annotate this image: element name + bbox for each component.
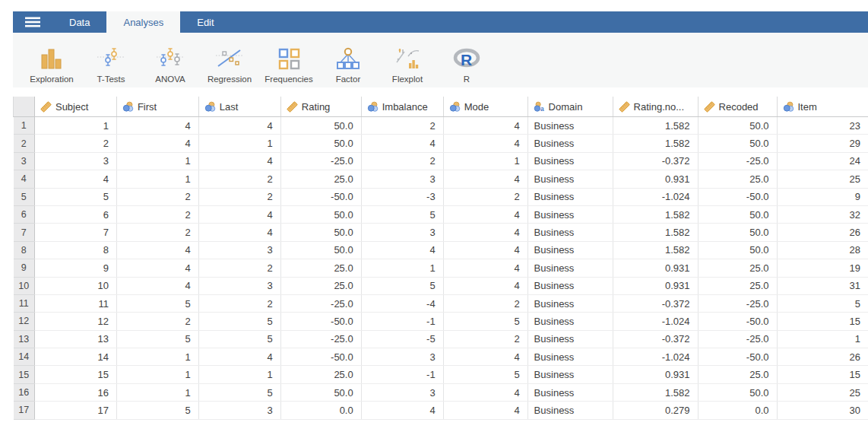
cell[interactable]: 4 bbox=[198, 348, 280, 366]
cell[interactable]: Business bbox=[527, 383, 613, 401]
cell[interactable]: 25.0 bbox=[698, 170, 777, 188]
cell[interactable]: 1.582 bbox=[613, 205, 698, 223]
cell[interactable]: 31 bbox=[777, 277, 868, 294]
cell[interactable]: Business bbox=[527, 224, 613, 241]
cell[interactable]: 25.0 bbox=[280, 170, 361, 188]
cell[interactable]: -1 bbox=[361, 366, 443, 383]
cell[interactable]: 1.582 bbox=[613, 117, 698, 135]
cell[interactable]: 4 bbox=[361, 402, 443, 419]
row-number[interactable]: 6 bbox=[14, 205, 35, 223]
cell[interactable]: 25 bbox=[777, 170, 868, 188]
row-number[interactable]: 4 bbox=[14, 170, 35, 188]
column-header-rating-no-[interactable]: Rating.no... bbox=[613, 97, 698, 117]
cell[interactable]: 4 bbox=[443, 205, 527, 223]
cell[interactable]: 50.0 bbox=[280, 224, 361, 241]
cell[interactable]: Business bbox=[527, 294, 613, 312]
cell[interactable]: 30 bbox=[777, 402, 868, 419]
column-header-last[interactable]: Last bbox=[198, 97, 280, 117]
cell[interactable]: 0.931 bbox=[613, 277, 698, 294]
cell[interactable]: -1.024 bbox=[613, 313, 698, 330]
cell[interactable]: 4 bbox=[116, 277, 198, 294]
cell[interactable]: 50.0 bbox=[280, 241, 361, 259]
row-number[interactable]: 17 bbox=[14, 402, 35, 419]
cell[interactable]: 13 bbox=[34, 330, 116, 348]
tab-analyses[interactable]: Analyses bbox=[106, 11, 180, 33]
cell[interactable]: 5 bbox=[361, 277, 443, 294]
tab-edit[interactable]: Edit bbox=[180, 11, 230, 33]
cell[interactable]: 4 bbox=[198, 224, 280, 241]
cell[interactable]: 7 bbox=[34, 224, 116, 241]
cell[interactable]: -0.372 bbox=[613, 152, 698, 170]
row-number[interactable]: 12 bbox=[14, 313, 35, 330]
cell[interactable]: 5 bbox=[198, 330, 280, 348]
row-number[interactable]: 15 bbox=[14, 366, 35, 383]
row-number[interactable]: 10 bbox=[14, 277, 35, 294]
cell[interactable]: 8 bbox=[34, 241, 116, 259]
cell[interactable]: 4 bbox=[443, 224, 527, 241]
column-header-imbalance[interactable]: Imbalance bbox=[361, 97, 443, 117]
row-number[interactable]: 14 bbox=[14, 348, 35, 366]
cell[interactable]: 50.0 bbox=[280, 135, 361, 152]
cell[interactable]: 4 bbox=[361, 135, 443, 152]
cell[interactable]: 4 bbox=[116, 259, 198, 277]
cell[interactable]: 50.0 bbox=[698, 241, 777, 259]
cell[interactable]: 50.0 bbox=[698, 205, 777, 223]
cell[interactable]: 25.0 bbox=[280, 259, 361, 277]
cell[interactable]: 2 bbox=[198, 294, 280, 312]
cell[interactable]: 5 bbox=[116, 402, 198, 419]
cell[interactable]: 4 bbox=[443, 383, 527, 401]
cell[interactable]: 25.0 bbox=[698, 366, 777, 383]
cell[interactable]: 1 bbox=[198, 366, 280, 383]
cell[interactable]: 4 bbox=[198, 152, 280, 170]
cell[interactable]: 3 bbox=[198, 241, 280, 259]
cell[interactable]: 2 bbox=[116, 224, 198, 241]
cell[interactable]: Business bbox=[527, 277, 613, 294]
cell[interactable]: 4 bbox=[443, 402, 527, 419]
cell[interactable]: Business bbox=[527, 205, 613, 223]
cell[interactable]: -4 bbox=[361, 294, 443, 312]
cell[interactable]: 2 bbox=[361, 117, 443, 135]
cell[interactable]: -5 bbox=[361, 330, 443, 348]
row-number[interactable]: 1 bbox=[14, 117, 35, 135]
cell[interactable]: 1 bbox=[777, 330, 868, 348]
cell[interactable]: 5 bbox=[116, 330, 198, 348]
row-number[interactable]: 16 bbox=[14, 383, 35, 401]
cell[interactable]: -50.0 bbox=[280, 188, 361, 205]
cell[interactable]: 15 bbox=[777, 313, 868, 330]
cell[interactable]: Business bbox=[527, 241, 613, 259]
cell[interactable]: Business bbox=[527, 135, 613, 152]
cell[interactable]: -25.0 bbox=[698, 294, 777, 312]
cell[interactable]: -50.0 bbox=[698, 348, 777, 366]
cell[interactable]: 1.582 bbox=[613, 383, 698, 401]
cell[interactable]: 15 bbox=[34, 366, 116, 383]
select-all-corner[interactable] bbox=[14, 97, 35, 117]
cell[interactable]: 2 bbox=[116, 188, 198, 205]
row-number[interactable]: 13 bbox=[14, 330, 35, 348]
cell[interactable]: 23 bbox=[777, 117, 868, 135]
cell[interactable]: -50.0 bbox=[698, 313, 777, 330]
ribbon-button-anova[interactable]: ANOVA bbox=[141, 36, 200, 84]
cell[interactable]: 26 bbox=[777, 348, 868, 366]
cell[interactable]: 3 bbox=[198, 402, 280, 419]
cell[interactable]: Business bbox=[527, 188, 613, 205]
cell[interactable]: 1 bbox=[116, 170, 198, 188]
cell[interactable]: 3 bbox=[361, 224, 443, 241]
cell[interactable]: 5 bbox=[777, 294, 868, 312]
row-number[interactable]: 7 bbox=[14, 224, 35, 241]
cell[interactable]: 5 bbox=[198, 313, 280, 330]
cell[interactable]: 4 bbox=[443, 135, 527, 152]
cell[interactable]: 0.279 bbox=[613, 402, 698, 419]
cell[interactable]: 5 bbox=[443, 366, 527, 383]
cell[interactable]: 1 bbox=[198, 135, 280, 152]
cell[interactable]: 5 bbox=[34, 188, 116, 205]
cell[interactable]: 29 bbox=[777, 135, 868, 152]
cell[interactable]: 14 bbox=[34, 348, 116, 366]
column-header-mode[interactable]: Mode bbox=[443, 97, 527, 117]
column-header-item[interactable]: Item bbox=[777, 97, 868, 117]
cell[interactable]: 25.0 bbox=[698, 277, 777, 294]
cell[interactable]: 3 bbox=[361, 383, 443, 401]
column-header-domain[interactable]: aDomain bbox=[527, 97, 613, 117]
cell[interactable]: 15 bbox=[777, 366, 868, 383]
cell[interactable]: 25 bbox=[777, 383, 868, 401]
column-header-subject[interactable]: Subject bbox=[34, 97, 116, 117]
